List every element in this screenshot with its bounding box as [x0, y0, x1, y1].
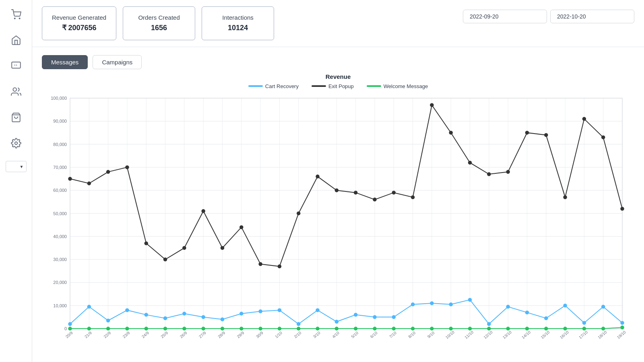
svg-text:20/9: 20/9 [65, 330, 74, 339]
svg-point-113 [487, 322, 491, 325]
svg-text:4/10: 4/10 [331, 330, 340, 339]
svg-text:10,000: 10,000 [53, 303, 67, 308]
svg-text:21/9: 21/9 [84, 330, 93, 339]
svg-point-105 [335, 320, 338, 323]
svg-point-124 [126, 327, 129, 330]
svg-text:40,000: 40,000 [53, 234, 67, 239]
svg-text:2/10: 2/10 [293, 330, 302, 339]
svg-text:100,000: 100,000 [51, 96, 67, 101]
svg-point-83 [487, 173, 491, 176]
svg-point-111 [449, 302, 452, 306]
svg-point-72 [278, 265, 281, 268]
svg-point-116 [545, 317, 548, 320]
svg-text:29/9: 29/9 [236, 330, 245, 339]
legend-exit-popup: Exit Popup [312, 83, 354, 89]
svg-text:16/10: 16/10 [559, 329, 570, 339]
svg-text:1/10: 1/10 [274, 330, 283, 339]
svg-point-65 [144, 241, 148, 245]
svg-point-69 [221, 246, 224, 249]
svg-point-61 [68, 177, 72, 180]
language-dropdown[interactable]: ▼ [6, 161, 27, 172]
user-icon[interactable] [8, 84, 24, 100]
svg-point-7 [14, 142, 17, 145]
svg-point-104 [316, 309, 319, 312]
main-content: Revenue Generated ₹ 2007656 Orders Creat… [32, 0, 644, 362]
date-end-input[interactable] [550, 10, 634, 23]
svg-point-80 [430, 103, 433, 107]
svg-point-87 [564, 195, 567, 199]
svg-point-85 [525, 131, 528, 134]
svg-point-114 [506, 305, 510, 308]
svg-point-68 [202, 209, 205, 212]
svg-text:22/9: 22/9 [103, 330, 111, 339]
svg-point-95 [144, 313, 148, 316]
svg-point-64 [126, 165, 129, 169]
legend-cart-recovery: Cart Recovery [248, 83, 299, 89]
legend-welcome-message-color [367, 85, 381, 87]
svg-text:27/9: 27/9 [198, 330, 207, 339]
legend-exit-popup-label: Exit Popup [328, 83, 354, 89]
chat-icon[interactable] [8, 58, 24, 74]
svg-point-88 [582, 117, 586, 120]
svg-point-129 [221, 327, 224, 330]
svg-point-127 [183, 327, 186, 330]
svg-text:30/9: 30/9 [255, 330, 264, 339]
legend-welcome-message-label: Welcome Message [384, 83, 428, 89]
svg-point-121 [68, 327, 72, 330]
svg-text:30,000: 30,000 [53, 257, 67, 262]
header: Revenue Generated ₹ 2007656 Orders Creat… [32, 0, 644, 47]
svg-point-122 [87, 327, 91, 330]
svg-text:26/9: 26/9 [179, 330, 188, 339]
svg-text:5/10: 5/10 [350, 330, 359, 339]
svg-point-90 [621, 207, 624, 210]
svg-point-131 [259, 327, 262, 330]
chart-area: Revenue Cart Recovery Exit Popup Welcome… [32, 73, 644, 362]
svg-point-86 [545, 133, 548, 136]
svg-text:19/10: 19/10 [616, 329, 627, 339]
svg-point-123 [107, 327, 110, 330]
legend-cart-recovery-label: Cart Recovery [265, 83, 299, 89]
svg-point-89 [602, 136, 605, 139]
svg-text:25/9: 25/9 [160, 330, 169, 339]
cart-icon[interactable] [8, 6, 24, 23]
settings-icon[interactable] [8, 135, 24, 151]
svg-point-78 [392, 191, 395, 194]
date-start-input[interactable] [463, 10, 547, 23]
chart-legend: Cart Recovery Exit Popup Welcome Message [42, 83, 634, 89]
svg-point-5 [13, 88, 17, 91]
revenue-card: Revenue Generated ₹ 2007656 [42, 6, 116, 40]
svg-point-101 [259, 310, 262, 313]
svg-point-76 [354, 191, 357, 194]
orders-value: 1656 [133, 23, 185, 33]
svg-text:15/10: 15/10 [540, 329, 551, 339]
svg-text:8/10: 8/10 [407, 330, 416, 339]
svg-point-82 [469, 161, 472, 164]
svg-point-120 [621, 321, 624, 324]
legend-cart-recovery-color [248, 85, 263, 87]
svg-point-81 [449, 131, 452, 134]
svg-point-150 [621, 326, 624, 329]
interactions-card: Interactions 10124 [202, 6, 274, 40]
svg-text:90,000: 90,000 [53, 119, 67, 123]
svg-point-92 [87, 305, 91, 308]
tab-campaigns[interactable]: Campaigns [93, 55, 142, 69]
date-range [463, 6, 634, 23]
svg-point-94 [126, 309, 129, 312]
orders-card: Orders Created 1656 [123, 6, 195, 40]
svg-point-71 [259, 262, 262, 265]
tab-messages[interactable]: Messages [42, 55, 88, 69]
svg-point-67 [183, 246, 186, 249]
svg-point-110 [430, 301, 433, 304]
svg-point-100 [240, 312, 243, 315]
svg-text:10/10: 10/10 [445, 329, 456, 339]
svg-point-130 [240, 327, 243, 330]
svg-point-112 [469, 298, 472, 301]
home-icon[interactable] [8, 32, 24, 48]
svg-point-84 [506, 170, 510, 173]
svg-text:13/10: 13/10 [502, 329, 513, 339]
svg-point-62 [87, 182, 91, 185]
svg-text:24/9: 24/9 [141, 330, 150, 339]
svg-text:70,000: 70,000 [53, 165, 67, 169]
svg-text:0: 0 [64, 326, 67, 331]
basket-icon[interactable] [8, 109, 24, 125]
